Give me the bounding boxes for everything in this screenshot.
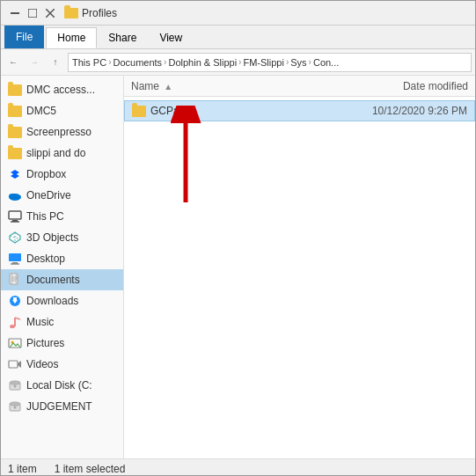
- sidebar-item-dmc-access[interactable]: DMC access...: [1, 79, 123, 100]
- sidebar-item-label: DMC5: [26, 105, 56, 117]
- music-icon: [8, 315, 22, 329]
- sidebar-item-videos[interactable]: Videos: [1, 354, 123, 375]
- sidebar-item-dmc5[interactable]: DMC5: [1, 100, 123, 121]
- disk-icon: [8, 378, 22, 392]
- file-date: 10/12/2020 9:26 PM: [344, 105, 467, 117]
- file-name: GCPad: [150, 105, 340, 117]
- ribbon-tabs: File Home Share View: [1, 26, 475, 48]
- sidebar-item-label: slippi and do: [26, 147, 85, 159]
- forward-button[interactable]: →: [26, 54, 43, 71]
- dropbox-icon: [8, 167, 22, 181]
- sidebar-item-music[interactable]: Music: [1, 311, 123, 333]
- address-bar: ← → ↑ This PC › Documents › Dolphin & Sl…: [1, 49, 475, 76]
- crumb-fm: FM-Slippi: [243, 57, 283, 68]
- sidebar-item-label: Dropbox: [26, 168, 66, 180]
- tab-view[interactable]: View: [148, 27, 194, 48]
- col-header-date[interactable]: Date modified: [345, 80, 468, 92]
- svg-rect-0: [11, 12, 19, 14]
- crumb-con: Con...: [313, 57, 339, 68]
- ribbon: File Home Share View: [1, 26, 475, 49]
- svg-rect-23: [13, 297, 17, 300]
- up-button[interactable]: ↑: [47, 54, 64, 71]
- sidebar-item-label: Screenpresso: [26, 126, 92, 138]
- svg-rect-8: [9, 211, 21, 219]
- sidebar-item-3dobjects[interactable]: 3D Objects: [1, 227, 123, 248]
- folder-icon: [8, 148, 22, 159]
- folder-icon: [8, 106, 22, 117]
- back-button[interactable]: ←: [4, 54, 22, 71]
- tab-home[interactable]: Home: [46, 27, 97, 48]
- sidebar-item-downloads[interactable]: Downloads: [1, 290, 123, 311]
- window-title: Profiles: [82, 7, 117, 19]
- sidebar: DMC access... DMC5 Screenpresso slippi a…: [1, 76, 124, 458]
- crumb-thispc: This PC: [72, 57, 106, 68]
- sidebar-item-thispc[interactable]: This PC: [1, 206, 123, 227]
- item-count: 1 item: [8, 463, 37, 475]
- content-area: Name ▲ Date modified GCPad 10/12/2020 9:…: [124, 76, 475, 458]
- close-icon[interactable]: [43, 6, 57, 20]
- table-row[interactable]: GCPad 10/12/2020 9:26 PM: [124, 100, 475, 121]
- downloads-icon: [8, 294, 22, 308]
- tab-share[interactable]: Share: [97, 27, 148, 48]
- svg-point-33: [14, 385, 17, 388]
- sidebar-item-pictures[interactable]: Pictures: [1, 333, 123, 354]
- tab-file[interactable]: File: [4, 26, 44, 48]
- sidebar-item-dropbox[interactable]: Dropbox: [1, 164, 123, 185]
- folder-icon: [8, 84, 22, 96]
- sidebar-item-label: Downloads: [26, 295, 78, 307]
- sidebar-item-slippi[interactable]: slippi and do: [1, 143, 123, 164]
- maximize-icon[interactable]: [26, 6, 40, 20]
- col-header-name[interactable]: Name ▲: [131, 80, 345, 92]
- svg-marker-30: [18, 361, 21, 368]
- 3dobjects-icon: [8, 231, 22, 245]
- svg-rect-13: [9, 253, 21, 261]
- videos-icon: [8, 357, 22, 371]
- sidebar-item-label: DMC access...: [26, 84, 95, 96]
- sidebar-item-label: Music: [26, 316, 54, 328]
- column-headers: Name ▲ Date modified: [124, 76, 475, 97]
- documents-icon: [8, 273, 22, 287]
- svg-marker-5: [11, 173, 19, 179]
- title-folder-icon: [64, 8, 78, 18]
- sidebar-item-label: 3D Objects: [26, 231, 78, 244]
- sidebar-item-label: OneDrive: [26, 189, 71, 201]
- svg-rect-29: [9, 361, 18, 368]
- sidebar-item-label: Desktop: [26, 253, 65, 265]
- status-bar: 1 item 1 item selected: [1, 458, 475, 476]
- sidebar-item-label: Local Disk (C:: [26, 379, 92, 392]
- disk2-icon: [8, 399, 22, 414]
- crumb-dolphin: Dolphin & Slippi: [168, 57, 237, 68]
- svg-point-35: [10, 402, 20, 406]
- folder-icon: [8, 127, 22, 138]
- sidebar-item-label: Pictures: [26, 337, 64, 349]
- sidebar-item-screenpresso[interactable]: Screenpresso: [1, 121, 123, 143]
- sidebar-item-judgement[interactable]: JUDGEMENT: [1, 396, 123, 417]
- svg-point-36: [14, 406, 17, 409]
- sidebar-item-label: JUDGEMENT: [26, 400, 92, 413]
- sidebar-item-localdisk[interactable]: Local Disk (C:: [1, 375, 123, 396]
- file-list: GCPad 10/12/2020 9:26 PM: [124, 97, 475, 458]
- sidebar-item-label: This PC: [26, 210, 64, 223]
- sidebar-item-desktop[interactable]: Desktop: [1, 248, 123, 269]
- svg-rect-1: [28, 9, 37, 18]
- sidebar-item-onedrive[interactable]: OneDrive: [1, 185, 123, 206]
- sidebar-item-documents[interactable]: Documents: [1, 269, 123, 290]
- svg-point-32: [10, 381, 20, 384]
- crumb-documents: Documents: [113, 57, 162, 68]
- folder-icon: [132, 106, 146, 117]
- minimize-icon[interactable]: [8, 6, 22, 20]
- sidebar-item-label: Documents: [26, 274, 80, 286]
- onedrive-icon: [8, 188, 22, 202]
- pictures-icon: [8, 336, 22, 350]
- title-bar: Profiles: [1, 1, 475, 26]
- address-path[interactable]: This PC › Documents › Dolphin & Slippi ›…: [68, 53, 472, 72]
- content-wrapper: GCPad 10/12/2020 9:26 PM: [124, 97, 475, 458]
- svg-rect-25: [14, 318, 16, 326]
- desktop-icon: [8, 252, 22, 266]
- computer-icon: [8, 209, 22, 223]
- main-container: DMC access... DMC5 Screenpresso slippi a…: [1, 76, 475, 458]
- crumb-sys: Sys: [290, 57, 306, 68]
- svg-point-7: [9, 194, 16, 199]
- title-bar-icons: [8, 6, 57, 20]
- sort-arrow: ▲: [164, 82, 172, 92]
